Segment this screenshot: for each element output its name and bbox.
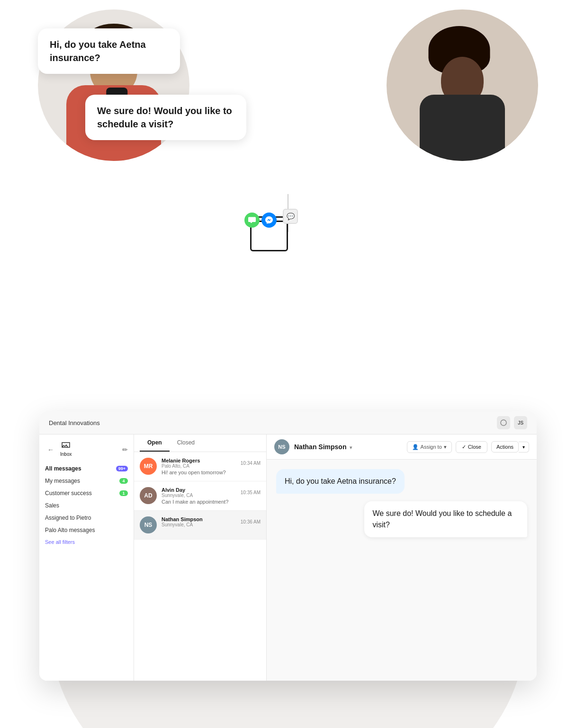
conv-location-alvin: Sunnyvale, CA xyxy=(162,493,193,498)
conv-name-melanie: Melanie Rogers xyxy=(162,458,200,463)
sidebar-item-sales[interactable]: Sales xyxy=(39,499,134,512)
back-button[interactable]: ← xyxy=(45,444,56,455)
checkmark-icon: ✓ xyxy=(462,444,466,450)
contact-name: Nathan Simpson ▾ xyxy=(294,443,402,451)
conv-location-melanie: Palo Alto, CA xyxy=(162,463,200,469)
svg-point-0 xyxy=(501,420,506,426)
conversation-tabs: Open Closed xyxy=(134,435,266,452)
chat-area: NS Nathan Simpson ▾ 👤 Assign to ▾ ✓ Clos… xyxy=(267,435,537,681)
message-incoming-1: Hi, do you take Aetna insurance? xyxy=(276,469,405,494)
titlebar-actions: JS xyxy=(497,416,527,429)
sidebar-item-customer-success[interactable]: Customer success 1 xyxy=(39,487,134,499)
titlebar-btn-d[interactable] xyxy=(497,416,510,429)
contact-avatar: NS xyxy=(274,439,289,454)
conv-info-nathan: Nathan Simpson Sunnyvale, CA 10:36 AM xyxy=(162,516,261,533)
my-messages-badge: 4 xyxy=(119,478,128,484)
sidebar-nav: All messages 99+ My messages 4 Customer … xyxy=(39,462,134,536)
chat-header: NS Nathan Simpson ▾ 👤 Assign to ▾ ✓ Clos… xyxy=(267,435,537,460)
chat-messages: Hi, do you take Aetna insurance? We sure… xyxy=(267,460,537,681)
conv-time-melanie: 10:34 AM xyxy=(241,461,261,466)
conv-info-alvin: Alvin Day Sunnyvale, CA 10:35 AM Can I m… xyxy=(162,487,261,505)
conversation-list: Open Closed MR Melanie Rogers Palo Alto,… xyxy=(134,435,267,681)
female-person-circle xyxy=(387,9,538,161)
chat-icon: 💬 xyxy=(283,209,298,224)
assign-caret: ▾ xyxy=(444,444,447,450)
app-body: ← Inbox ✏ All messages 99+ xyxy=(39,435,537,681)
inbox-label: Inbox xyxy=(60,452,72,457)
sidebar-item-palo-alto[interactable]: Palo Alto messages xyxy=(39,524,134,536)
speech-bubble-response: We sure do! Would you like to schedule a… xyxy=(85,95,246,140)
inbox-icon xyxy=(62,442,70,452)
assign-to-button[interactable]: 👤 Assign to ▾ xyxy=(407,441,452,453)
conv-time-nathan: 10:36 AM xyxy=(241,519,261,524)
avatar-nathan: NS xyxy=(140,516,157,533)
customer-success-badge: 1 xyxy=(119,490,128,496)
sms-badge xyxy=(244,213,260,228)
conv-location-nathan: Sunnyvale, CA xyxy=(162,522,203,527)
conv-header-alvin: Alvin Day Sunnyvale, CA 10:35 AM xyxy=(162,487,261,498)
pencil-button[interactable]: ✏ xyxy=(122,446,128,453)
close-button[interactable]: ✓ Close xyxy=(456,441,487,453)
sidebar: ← Inbox ✏ All messages 99+ xyxy=(39,435,134,681)
inbox-tray: 💬 xyxy=(250,221,288,251)
titlebar-btn-js[interactable]: JS xyxy=(514,416,527,429)
conv-name-alvin: Alvin Day xyxy=(162,487,193,493)
header-actions: 👤 Assign to ▾ ✓ Close Actions ▾ xyxy=(407,441,529,453)
speech-bubble-question: Hi, do you take Aetna insurance? xyxy=(38,28,180,74)
conversation-item-alvin[interactable]: AD Alvin Day Sunnyvale, CA 10:35 AM Can … xyxy=(134,481,266,511)
inbox-tab[interactable]: Inbox xyxy=(60,442,72,457)
conv-preview-alvin: Can I make an appointment? xyxy=(162,499,261,505)
conv-header-melanie: Melanie Rogers Palo Alto, CA 10:34 AM xyxy=(162,458,261,469)
conv-header-nathan: Nathan Simpson Sunnyvale, CA 10:36 AM xyxy=(162,516,261,527)
female-body xyxy=(420,95,505,161)
sidebar-header: ← Inbox ✏ xyxy=(39,442,134,462)
messenger-badge xyxy=(261,213,277,228)
titlebar: Dental Innovations JS xyxy=(39,411,537,435)
see-all-filters[interactable]: See all filters xyxy=(39,536,134,548)
app-window: Dental Innovations JS ← xyxy=(39,411,537,681)
all-messages-badge: 99+ xyxy=(116,466,128,471)
actions-dropdown-button[interactable]: ▾ xyxy=(519,442,529,453)
conv-name-nathan: Nathan Simpson xyxy=(162,516,203,522)
conv-preview-melanie: Hi! are you open tomorrow? xyxy=(162,470,261,475)
tab-open[interactable]: Open xyxy=(140,435,170,452)
message-badges xyxy=(244,213,277,228)
contact-name-caret: ▾ xyxy=(350,445,352,450)
assign-icon: 👤 xyxy=(412,444,419,450)
actions-button[interactable]: Actions xyxy=(491,441,519,453)
conversation-item-melanie[interactable]: MR Melanie Rogers Palo Alto, CA 10:34 AM… xyxy=(134,452,266,481)
sidebar-item-my-messages[interactable]: My messages 4 xyxy=(39,475,134,487)
inbox-icon-cluster: 💬 xyxy=(241,212,297,259)
actions-group: Actions ▾ xyxy=(491,441,529,453)
message-outgoing-1: We sure do! Would you like to schedule a… xyxy=(364,501,528,537)
sidebar-item-all-messages[interactable]: All messages 99+ xyxy=(39,462,134,475)
tab-closed[interactable]: Closed xyxy=(170,435,202,452)
app-title: Dental Innovations xyxy=(49,419,100,426)
sidebar-item-assigned[interactable]: Assigned to Pietro xyxy=(39,512,134,524)
avatar-alvin: AD xyxy=(140,487,157,504)
conv-info-melanie: Melanie Rogers Palo Alto, CA 10:34 AM Hi… xyxy=(162,458,261,475)
conv-time-alvin: 10:35 AM xyxy=(241,490,261,495)
conversation-item-nathan[interactable]: NS Nathan Simpson Sunnyvale, CA 10:36 AM xyxy=(134,511,266,540)
avatar-melanie: MR xyxy=(140,458,157,475)
